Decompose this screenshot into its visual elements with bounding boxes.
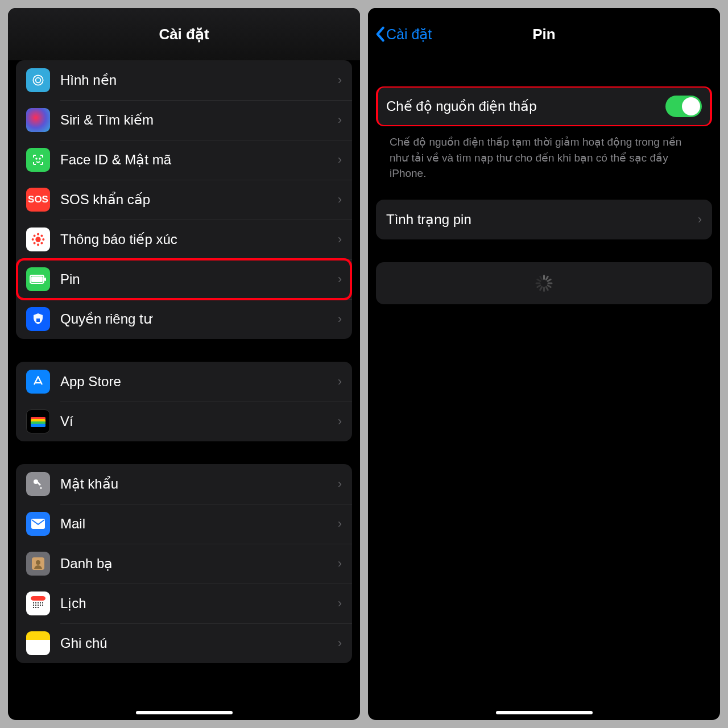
- back-button[interactable]: Cài đặt: [375, 26, 432, 43]
- faceid-icon: [26, 148, 50, 172]
- chevron-right-icon: ›: [338, 636, 342, 651]
- header: Cài đặt Pin: [368, 8, 720, 60]
- privacy-icon: [26, 307, 50, 331]
- row-label: Mail: [60, 516, 338, 532]
- header: Cài đặt: [8, 8, 360, 60]
- mail-icon: [26, 512, 50, 536]
- row-label: Danh bạ: [60, 556, 338, 572]
- svg-rect-31: [33, 605, 34, 606]
- row-notes[interactable]: Ghi chú ›: [16, 623, 352, 663]
- row-calendar[interactable]: Lịch ›: [16, 584, 352, 623]
- low-power-toggle[interactable]: [665, 96, 702, 117]
- row-label: Ghi chú: [60, 635, 338, 651]
- page-title: Cài đặt: [159, 26, 209, 43]
- notes-icon: [26, 631, 50, 655]
- chevron-left-icon: [375, 26, 385, 42]
- svg-rect-25: [31, 596, 46, 601]
- settings-group-3: Mật khẩu › Mail › Danh bạ › Lịch › Ghi c…: [16, 464, 352, 663]
- row-contacts[interactable]: Danh bạ ›: [16, 544, 352, 584]
- svg-rect-28: [38, 602, 39, 603]
- page-title: Pin: [532, 26, 555, 43]
- chevron-right-icon: ›: [338, 73, 342, 88]
- back-label: Cài đặt: [386, 26, 432, 43]
- svg-point-7: [32, 239, 34, 240]
- svg-point-10: [41, 235, 42, 236]
- spinner-icon: [536, 275, 553, 292]
- chevron-right-icon: ›: [698, 212, 702, 227]
- row-label: Mật khẩu: [60, 476, 338, 492]
- row-label: Siri & Tìm kiếm: [60, 112, 338, 128]
- key-icon: [26, 472, 50, 496]
- svg-point-1: [33, 75, 43, 85]
- settings-group-2: App Store › Ví ›: [16, 362, 352, 441]
- svg-rect-19: [31, 424, 46, 427]
- row-low-power-mode[interactable]: Chế độ nguồn điện thấp: [376, 86, 712, 126]
- settings-group-1: Hình nền › Siri & Tìm kiếm › Face ID & M…: [16, 60, 352, 339]
- row-label: Quyền riêng tư: [60, 311, 338, 327]
- svg-rect-38: [38, 607, 39, 608]
- row-battery[interactable]: Pin ›: [16, 259, 352, 299]
- row-siri[interactable]: Siri & Tìm kiếm ›: [16, 100, 352, 140]
- svg-rect-26: [33, 602, 34, 603]
- chevron-right-icon: ›: [338, 113, 342, 127]
- sos-icon: SOS: [26, 188, 50, 212]
- svg-point-3: [39, 158, 40, 159]
- chevron-right-icon: ›: [338, 596, 342, 611]
- row-wallet[interactable]: Ví ›: [16, 402, 352, 441]
- svg-point-11: [34, 242, 35, 243]
- chevron-right-icon: ›: [338, 516, 342, 531]
- battery-screen: Cài đặt Pin Chế độ nguồn điện thấp Chế đ…: [368, 8, 720, 720]
- battery-content: Chế độ nguồn điện thấp Chế độ nguồn điện…: [368, 60, 720, 720]
- row-exposure[interactable]: Thông báo tiếp xúc ›: [16, 220, 352, 259]
- row-label: Face ID & Mật mã: [60, 152, 338, 168]
- row-passwords[interactable]: Mật khẩu ›: [16, 464, 352, 504]
- row-faceid[interactable]: Face ID & Mật mã ›: [16, 140, 352, 180]
- row-wallpaper[interactable]: Hình nền ›: [16, 60, 352, 100]
- siri-icon: [26, 108, 50, 132]
- svg-rect-32: [35, 605, 36, 606]
- svg-point-8: [43, 239, 44, 240]
- chevron-right-icon: ›: [338, 272, 342, 287]
- chevron-right-icon: ›: [338, 312, 342, 326]
- svg-point-5: [38, 234, 39, 235]
- svg-rect-35: [42, 605, 43, 606]
- row-label: Pin: [60, 271, 338, 287]
- wallpaper-icon: [26, 68, 50, 92]
- chevron-right-icon: ›: [338, 414, 342, 429]
- settings-list[interactable]: Hình nền › Siri & Tìm kiếm › Face ID & M…: [8, 60, 360, 720]
- svg-rect-27: [35, 602, 36, 603]
- chevron-right-icon: ›: [338, 374, 342, 389]
- svg-point-2: [36, 158, 37, 159]
- chevron-right-icon: ›: [338, 477, 342, 491]
- home-indicator[interactable]: [136, 711, 233, 714]
- svg-rect-14: [31, 276, 43, 282]
- home-indicator[interactable]: [496, 711, 593, 714]
- row-privacy[interactable]: Quyền riêng tư ›: [16, 299, 352, 339]
- svg-rect-30: [42, 602, 43, 603]
- row-label: Chế độ nguồn điện thấp: [386, 98, 665, 114]
- row-appstore[interactable]: App Store ›: [16, 362, 352, 402]
- svg-point-4: [35, 237, 40, 242]
- svg-rect-37: [35, 607, 36, 608]
- settings-screen: Cài đặt Hình nền › Siri & Tìm kiếm › Fac…: [8, 8, 360, 720]
- row-label: SOS khẩn cấp: [60, 192, 338, 208]
- chevron-right-icon: ›: [338, 556, 342, 571]
- chevron-right-icon: ›: [338, 152, 342, 167]
- row-sos[interactable]: SOS SOS khẩn cấp ›: [16, 180, 352, 220]
- svg-rect-29: [40, 602, 41, 603]
- battery-icon: [26, 267, 50, 291]
- row-battery-health[interactable]: Tình trạng pin ›: [376, 200, 712, 239]
- row-label: Ví: [60, 413, 338, 429]
- svg-rect-33: [38, 605, 39, 606]
- contacts-icon: [26, 552, 50, 576]
- svg-point-6: [38, 244, 39, 245]
- loading-row: [376, 262, 712, 304]
- row-label: Hình nền: [60, 72, 338, 88]
- svg-point-9: [34, 235, 35, 236]
- svg-rect-15: [44, 278, 46, 281]
- low-power-description: Chế độ nguồn điện thấp tạm thời giảm hoạ…: [376, 126, 712, 181]
- svg-point-12: [41, 242, 42, 243]
- chevron-right-icon: ›: [338, 192, 342, 207]
- row-mail[interactable]: Mail ›: [16, 504, 352, 544]
- appstore-icon: [26, 370, 50, 394]
